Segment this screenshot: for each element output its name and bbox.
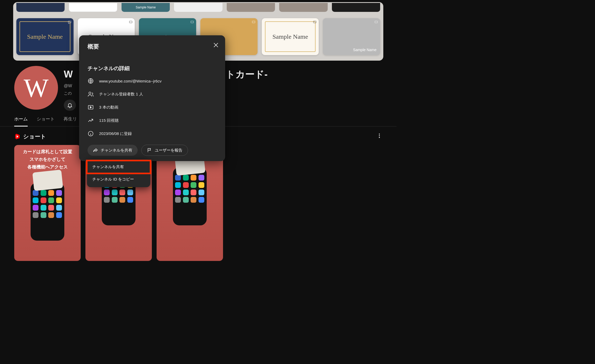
svg-rect-4 [313, 21, 316, 23]
svg-rect-2 [191, 21, 194, 23]
share-arrow-icon [93, 148, 98, 153]
avatar[interactable]: W [14, 66, 58, 110]
notification-bell-button[interactable] [64, 100, 76, 111]
share-label: チャンネルを共有 [101, 148, 132, 153]
close-button[interactable] [212, 42, 219, 48]
detail-videos-text: 3 本の動画 [99, 105, 118, 110]
banner-sample-card: Sample Name [323, 18, 380, 55]
phone-graphic [31, 183, 64, 241]
banner-chip [16, 3, 65, 12]
globe-icon [88, 78, 94, 84]
cast-icon [68, 20, 71, 24]
phone-graphic [173, 167, 207, 225]
detail-url[interactable]: www.youtube.com/@Wemica--jr6cv [88, 78, 217, 84]
menu-item-copy-channel-id[interactable]: チャンネル ID をコピー [87, 173, 150, 186]
svg-rect-0 [68, 21, 71, 23]
banner-sample-card: Sample Name [262, 18, 319, 55]
svg-point-10 [89, 92, 91, 94]
flag-icon [147, 148, 152, 153]
cast-icon [252, 20, 255, 24]
detail-joined-text: 2023/06/08 に登録 [99, 131, 132, 136]
users-icon [88, 91, 94, 97]
svg-point-8 [379, 137, 380, 138]
close-icon [212, 42, 219, 48]
info-icon [88, 130, 94, 137]
svg-point-7 [379, 135, 380, 136]
more-vert-icon [376, 133, 382, 139]
shorts-icon [14, 133, 21, 140]
trend-icon [88, 117, 94, 124]
menu-item-share-channel[interactable]: チャンネルを共有 [87, 161, 150, 173]
tab-home[interactable]: ホーム [14, 116, 28, 127]
detail-url-text: www.youtube.com/@Wemica--jr6cv [99, 79, 162, 83]
detail-joined: 2023/06/08 に登録 [88, 130, 217, 137]
banner-chip [69, 3, 117, 12]
banner-chip [279, 3, 327, 12]
svg-rect-5 [375, 21, 378, 23]
cast-icon [129, 20, 133, 24]
report-label: ユーザーを報告 [155, 148, 182, 153]
banner-sample-card: Sample Name [16, 18, 74, 55]
cast-icon [313, 20, 317, 24]
detail-subs-text: チャンネル登録者数 1 人 [99, 92, 143, 97]
tab-playlists[interactable]: 再生リ [64, 116, 77, 126]
sample-label: Sample Name [353, 48, 376, 52]
banner-chip [332, 3, 380, 12]
share-channel-button[interactable]: チャンネルを共有 [88, 145, 138, 156]
shorts-card[interactable]: x [157, 145, 223, 261]
svg-rect-3 [252, 21, 255, 23]
modal-subtitle: チャンネルの詳細 [88, 65, 217, 72]
shorts-heading: ショート [23, 133, 46, 140]
banner-chip: Sample Name [122, 3, 170, 12]
detail-views-text: 115 回視聴 [99, 118, 119, 123]
share-dropdown-menu: チャンネルを共有 チャンネル ID をコピー [87, 159, 150, 187]
banner-chip [227, 3, 275, 12]
modal-title: 概要 [88, 43, 217, 51]
video-icon [88, 104, 94, 110]
detail-views: 115 回視聴 [88, 117, 217, 124]
svg-rect-1 [129, 21, 132, 23]
about-modal: 概要 チャンネルの詳細 www.youtube.com/@Wemica--jr6… [79, 35, 225, 161]
cast-icon [190, 20, 194, 24]
detail-videos: 3 本の動画 [88, 104, 217, 110]
bell-icon [67, 102, 73, 108]
more-button[interactable] [376, 133, 382, 139]
avatar-letter: W [24, 73, 49, 103]
detail-subscribers: チャンネル登録者数 1 人 [88, 91, 217, 97]
cast-icon [374, 20, 378, 24]
banner-chip [174, 3, 222, 12]
svg-point-6 [379, 134, 380, 135]
report-user-button[interactable]: ユーザーを報告 [141, 145, 188, 156]
shorts-card[interactable]: カードは席札として設置 スマホをかざして 各種機能へアクセス [14, 145, 81, 261]
short-caption: カードは席札として設置 スマホをかざして 各種機能へアクセス [14, 148, 81, 171]
tab-shorts[interactable]: ショート [37, 116, 55, 126]
